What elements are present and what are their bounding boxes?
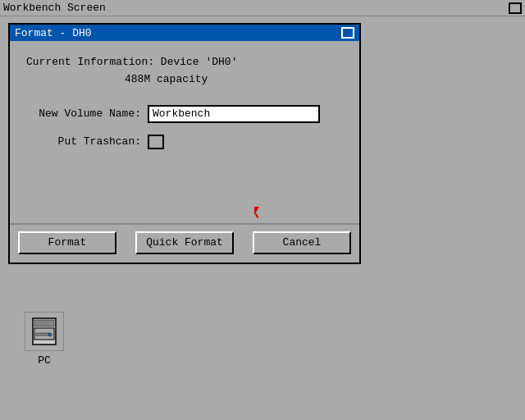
volume-name-input[interactable] — [148, 105, 320, 123]
info-line2: 488M capacity — [125, 71, 343, 89]
trashcan-label: Put Trashcan: — [26, 135, 141, 148]
dialog-body: Current Information: Device 'DH0' 488M c… — [10, 41, 359, 223]
volume-name-row: New Volume Name: — [26, 105, 343, 123]
button-row: Format Quick Format Cancel — [10, 223, 359, 262]
info-line1: Current Information: Device 'DH0' — [26, 54, 343, 71]
workbench-titlebar: Workbench Screen — [0, 0, 525, 16]
dialog-spacer — [26, 161, 343, 210]
format-button[interactable]: Format — [18, 231, 116, 254]
trashcan-checkbox[interactable] — [148, 135, 164, 149]
trashcan-row: Put Trashcan: — [26, 135, 343, 149]
svg-point-3 — [48, 333, 52, 336]
workbench-title: Workbench Screen — [3, 2, 106, 14]
pc-icon-label: PC — [38, 354, 51, 367]
workbench-close-button[interactable] — [509, 2, 522, 14]
dialog-zoom-button[interactable] — [341, 27, 354, 39]
quick-format-button[interactable]: Quick Format — [135, 231, 234, 254]
svg-rect-2 — [36, 333, 49, 336]
info-section: Current Information: Device 'DH0' 488M c… — [26, 54, 343, 89]
pc-icon-image — [25, 312, 64, 351]
pc-desktop-icon[interactable]: PC — [18, 312, 71, 367]
format-dialog: Format - DH0 Current Information: Device… — [8, 23, 361, 264]
dialog-titlebar: Format - DH0 — [10, 25, 359, 41]
cancel-button[interactable]: Cancel — [253, 231, 351, 254]
pc-icon-svg — [28, 315, 61, 348]
volume-name-label: New Volume Name: — [26, 107, 141, 120]
dialog-title: Format - DH0 — [15, 27, 92, 39]
